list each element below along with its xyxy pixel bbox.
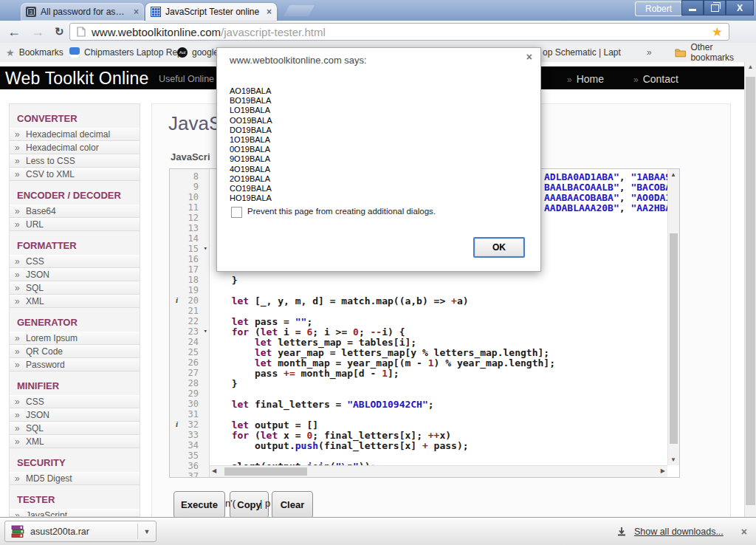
url-host: www.webtoolkitonline.com [92, 26, 221, 38]
sidebar-item-lorem-ipsum[interactable]: »Lorem Ipsum [10, 332, 140, 345]
editor-hscrollbar[interactable]: ◀ ▶ [210, 465, 667, 477]
alert-line: 4O19BALA [230, 165, 272, 174]
forward-button[interactable]: → [31, 22, 44, 41]
sidebar-item-md5-digest[interactable]: »MD5 Digest [10, 472, 140, 485]
sidebar-item-xml[interactable]: »XML [10, 435, 140, 448]
sidebar-item-csv-to-xml[interactable]: »CSV to XML [10, 168, 140, 181]
gutter-line: 30 [170, 399, 209, 409]
fold-arrow-icon[interactable]: ▾ [204, 244, 207, 252]
execute-button[interactable]: Execute [173, 491, 225, 518]
sidebar-item-css[interactable]: »CSS [10, 395, 140, 408]
sidebar-item-json[interactable]: »JSON [10, 408, 140, 422]
bookmarks-menu[interactable]: ★ Bookmarks [6, 43, 63, 62]
sidebar-item-sql[interactable]: »SQL [10, 422, 140, 435]
sidebar-item-javascript[interactable]: »JavaScript [10, 509, 140, 517]
code-line [220, 450, 667, 461]
page-scrollbar[interactable]: ▲ [744, 62, 756, 517]
tab-close-icon[interactable]: × [267, 7, 272, 16]
sidebar-item-qr-code[interactable]: »QR Code [10, 345, 140, 358]
chevron-icon: » [15, 282, 20, 294]
tab-close-icon[interactable]: × [134, 7, 139, 16]
back-button[interactable]: ← [7, 22, 21, 41]
other-bookmarks[interactable]: Other bookmarks [675, 43, 756, 62]
maximize-icon [711, 4, 719, 12]
sidebar-item-json[interactable]: »JSON [10, 268, 140, 281]
gutter-line: 23▾ [170, 326, 209, 337]
sidebar-item-less-to-css[interactable]: »Less to CSS [10, 154, 140, 168]
scroll-up-arrow-icon[interactable]: ▲ [745, 64, 756, 70]
site-logo[interactable]: Web Toolkit Online [5, 69, 149, 89]
sidebar-item-css[interactable]: »CSS [10, 255, 140, 268]
gutter-line: 10 [170, 192, 209, 202]
new-tab-button[interactable] [284, 5, 315, 16]
sidebar-item-label: Password [26, 360, 65, 370]
chevron-icon: » [15, 422, 20, 434]
sidebar-item-hexadecimal-color[interactable]: »Hexadecimal color [10, 141, 140, 154]
sidebar-item-label: JSON [26, 410, 49, 420]
editor-vscrollbar[interactable]: ▲ ▼ [667, 169, 679, 465]
other-bookmarks-label: Other bookmarks [690, 42, 756, 63]
alert-line: DO19BALA [230, 126, 272, 135]
chevron-right-icon: » [647, 47, 652, 58]
nav-home[interactable]: »Home [567, 73, 604, 85]
line-number: 14 [188, 233, 199, 244]
sidebar-item-xml[interactable]: »XML [10, 295, 140, 308]
sidebar-item-hexadecimal-decimal[interactable]: »Hexadecimal decimal [10, 128, 140, 141]
line-number: 36 [188, 461, 199, 471]
dialog-close-icon[interactable]: × [526, 51, 532, 63]
line-number: 22 [188, 316, 199, 326]
site-tagline: Useful Online [159, 74, 214, 84]
clear-button[interactable]: Clear [272, 491, 313, 518]
url-text: www.webtoolkitonline.com/javascript-test… [92, 26, 326, 38]
download-menu-caret-icon[interactable]: ▼ [138, 528, 156, 535]
tab-title: All password for asus series [41, 7, 129, 17]
chevron-icon: » [15, 256, 20, 267]
gutter-line: 21 [170, 306, 209, 316]
scrollbar-thumb[interactable] [746, 77, 755, 505]
bookmark-google[interactable]: Aol google [177, 43, 219, 62]
chevron-icon: » [15, 128, 20, 140]
sidebar-item-label: XML [26, 296, 44, 306]
download-item[interactable]: asust200ta.rar ▼ [4, 521, 157, 542]
chevron-icon: » [15, 473, 20, 484]
scroll-left-arrow-icon[interactable]: ◀ [212, 467, 216, 474]
close-window-button[interactable]: X [726, 0, 754, 16]
scroll-right-arrow-icon[interactable]: ▶ [661, 467, 665, 474]
sidebar-item-base64[interactable]: »Base64 [10, 205, 140, 218]
tab-all-password[interactable]: 3 All password for asus series × [21, 3, 144, 21]
maximize-button[interactable] [704, 0, 726, 16]
address-bar[interactable]: www.webtoolkitonline.com/javascript-test… [69, 23, 729, 41]
scroll-down-arrow-icon[interactable]: ▼ [668, 456, 678, 463]
sidebar-item-url[interactable]: »URL [10, 218, 140, 231]
sidebar-item-password[interactable]: »Password [10, 358, 140, 371]
show-all-downloads-link[interactable]: Show all downloads... [634, 527, 724, 537]
close-download-bar-icon[interactable]: × [741, 526, 747, 538]
line-number: 25 [188, 347, 199, 357]
sidebar-item-label: Lorem Ipsum [26, 333, 78, 343]
gutter-line: 12 [170, 213, 209, 223]
scroll-up-arrow-icon[interactable]: ▲ [668, 171, 678, 178]
bookmark-chipmasters[interactable]: Chipmasters Laptop Rep [69, 43, 182, 62]
nav-contact[interactable]: »Contact [633, 73, 678, 85]
sidebar-item-sql[interactable]: »SQL [10, 281, 140, 295]
sidebar-item-label: JavaScript [26, 510, 67, 517]
bookmarks-label: Bookmarks [19, 47, 63, 58]
tab-javascript-tester[interactable]: JavaScript Tester online × [145, 3, 277, 21]
bookmark-star-icon[interactable]: ★ [712, 25, 723, 40]
scrollbar-thumb[interactable] [670, 233, 678, 444]
tab-title: JavaScript Tester online [165, 7, 262, 17]
minimize-button[interactable] [681, 0, 704, 16]
sidebar-section-title: GENERATOR [10, 308, 140, 332]
render-artifact-text: | p [260, 498, 270, 509]
scrollbar-thumb[interactable] [224, 467, 307, 476]
profile-button[interactable]: Robert [635, 1, 682, 16]
sidebar-section-title: CONVERTER [10, 104, 140, 128]
fold-arrow-icon[interactable]: ▾ [204, 327, 207, 335]
ok-button[interactable]: OK [473, 237, 525, 258]
bookmark-laptop-schematic[interactable]: op Schematic | Lapt [543, 43, 621, 62]
reload-button[interactable]: ↻ [55, 22, 64, 41]
prevent-dialogs-checkbox[interactable] [231, 207, 242, 218]
bookmarks-overflow-chevron[interactable]: » [647, 43, 652, 62]
line-number: 27 [188, 368, 199, 378]
line-number: 18 [188, 275, 199, 285]
